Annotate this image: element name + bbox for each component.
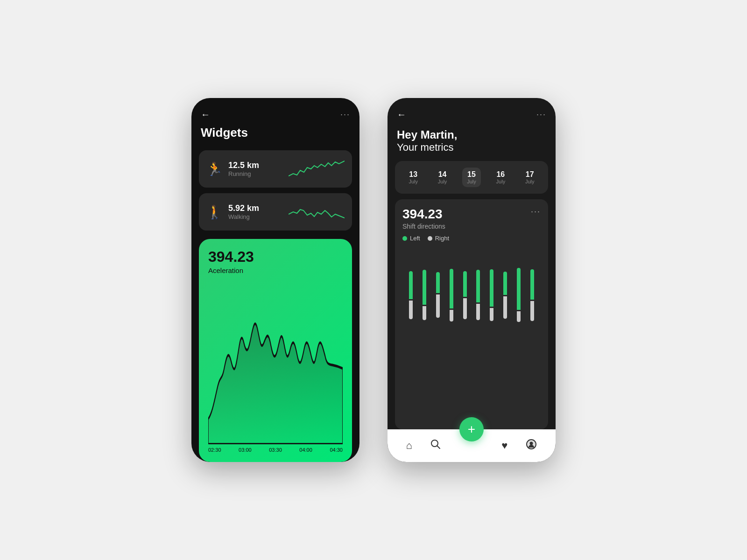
legend: Left Right [402, 235, 541, 242]
bar-up-7 [503, 272, 507, 295]
back-button[interactable]: ← [201, 109, 210, 120]
shift-header: 394.23 Shift directions ··· [402, 207, 541, 230]
heart-nav-button[interactable]: ♥ [501, 440, 507, 452]
accel-value: 394.23 [208, 248, 343, 266]
walking-value: 5.92 km [228, 203, 289, 213]
date-item-14[interactable]: 14 July [433, 168, 452, 187]
bar-up-1 [423, 270, 426, 305]
bar-up-2 [436, 272, 440, 293]
bar-down-0 [409, 301, 413, 319]
time-label-4: 04:00 [299, 447, 312, 453]
profile-icon [526, 439, 537, 450]
phone-widgets: ← ··· Widgets 🏃 12.5 km Running 🚶 5.92 k… [191, 98, 359, 462]
bar-down-9 [530, 301, 534, 321]
phone1-header: ← ··· [191, 98, 359, 126]
more-button-2[interactable]: ··· [536, 110, 546, 119]
bar-up-4 [463, 271, 467, 297]
more-button[interactable]: ··· [340, 110, 350, 119]
back-button-2[interactable]: ← [397, 109, 406, 120]
running-icon: 🏃 [206, 161, 223, 177]
search-icon [430, 439, 441, 449]
shift-more-button[interactable]: ··· [531, 207, 541, 217]
time-label-3: 03:30 [269, 447, 282, 453]
bar-pair-4 [463, 248, 467, 342]
time-labels: 02:30 03:00 03:30 04:00 04:30 [208, 447, 343, 453]
date-item-16[interactable]: 16 July [492, 168, 510, 187]
accel-chart [208, 280, 343, 444]
date-item-13[interactable]: 13 July [404, 168, 423, 187]
bar-pair-9 [530, 248, 534, 342]
greeting-line1: Hey Martin, [397, 128, 546, 141]
greeting-line2: Your metrics [397, 141, 546, 154]
time-label-1: 02:30 [208, 447, 221, 453]
running-info: 12.5 km Running [228, 161, 289, 177]
running-label: Running [228, 170, 289, 177]
bar-down-6 [490, 308, 493, 321]
walking-info: 5.92 km Walking [228, 203, 289, 220]
time-label-2: 03:00 [239, 447, 252, 453]
legend-right: Right [428, 235, 449, 242]
bar-up-6 [490, 269, 493, 307]
date-selector: 13 July 14 July 15 July 16 July 17 July [395, 161, 548, 194]
bar-up-3 [450, 269, 453, 308]
phone2-header: ← ··· [388, 98, 556, 126]
walking-card[interactable]: 🚶 5.92 km Walking [199, 193, 352, 231]
page-title: Widgets [191, 126, 359, 147]
bottom-nav: ⌂ ♥ + [388, 429, 556, 462]
bar-pair-8 [517, 248, 521, 342]
bar-pair-7 [503, 248, 507, 342]
bar-up-8 [517, 268, 521, 310]
running-sparkline [289, 157, 345, 181]
bar-down-2 [436, 294, 440, 318]
legend-right-label: Right [435, 235, 449, 242]
bar-pair-0 [409, 248, 413, 342]
left-dot [402, 236, 407, 241]
bar-down-3 [450, 310, 453, 322]
greeting: Hey Martin, Your metrics [388, 126, 556, 161]
running-card[interactable]: 🏃 12.5 km Running [199, 150, 352, 188]
running-value: 12.5 km [228, 161, 289, 170]
bar-pair-5 [476, 248, 480, 342]
date-item-15[interactable]: 15 July [462, 168, 481, 187]
bar-pair-6 [490, 248, 493, 342]
bar-down-1 [423, 306, 426, 320]
bar-up-9 [530, 269, 534, 300]
bar-pair-1 [423, 248, 426, 342]
bar-up-5 [476, 270, 480, 302]
accel-label: Aceleration [208, 266, 343, 274]
shift-card: 394.23 Shift directions ··· Left Right [395, 199, 548, 429]
walking-label: Walking [228, 213, 289, 220]
walking-sparkline [289, 200, 345, 224]
bar-up-0 [409, 271, 413, 299]
shift-value: 394.23 [402, 207, 445, 222]
home-nav-button[interactable]: ⌂ [406, 440, 412, 452]
walking-icon: 🚶 [206, 204, 223, 220]
bar-chart [402, 248, 541, 342]
accel-card: 394.23 Aceleration 02:30 03:00 03:30 04:… [199, 239, 352, 462]
time-label-5: 04:30 [330, 447, 343, 453]
bar-pair-2 [436, 248, 440, 342]
right-dot [428, 236, 432, 241]
bar-down-7 [503, 296, 507, 319]
legend-left-label: Left [410, 235, 420, 242]
bar-down-5 [476, 304, 480, 320]
profile-nav-button[interactable] [526, 439, 537, 453]
shift-label: Shift directions [402, 223, 445, 230]
fab-button[interactable]: + [459, 417, 484, 441]
legend-left: Left [402, 235, 420, 242]
search-nav-button[interactable] [430, 439, 441, 452]
bar-down-8 [517, 311, 521, 322]
phone-metrics: ← ··· Hey Martin, Your metrics 13 July 1… [388, 98, 556, 462]
date-item-17[interactable]: 17 July [521, 168, 539, 187]
svg-point-3 [530, 442, 533, 445]
bar-pair-3 [450, 248, 453, 342]
bar-down-4 [463, 298, 467, 319]
svg-line-1 [437, 446, 440, 449]
